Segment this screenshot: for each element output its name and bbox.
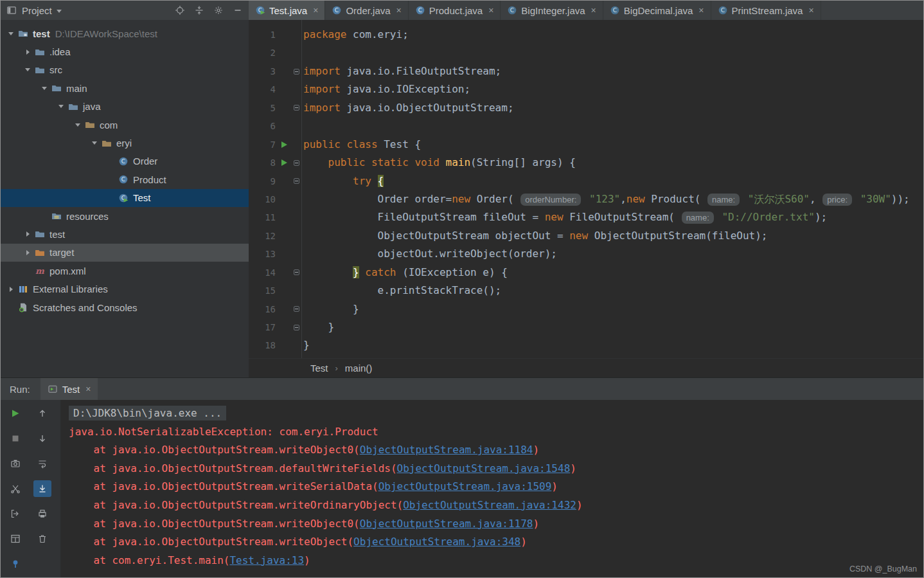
up-button[interactable] [33, 405, 51, 422]
tree-item-pom-xml[interactable]: mpom.xml [1, 262, 249, 280]
tree-item-java[interactable]: java [1, 98, 249, 116]
stack-trace-link[interactable]: ObjectOutputStream.java:1178 [360, 518, 533, 530]
tree-item-eryi[interactable]: eryi [1, 134, 249, 152]
fold-icon[interactable] [294, 105, 299, 111]
stack-trace-link[interactable]: ObjectOutputStream.java:348 [353, 536, 520, 548]
code-text[interactable]: import java.io.IOException; [303, 80, 470, 98]
tree-item-src[interactable]: src [1, 61, 249, 79]
tab-bigdecimal-java[interactable]: CBigDecimal.java× [603, 1, 711, 20]
code-text[interactable]: e.printStackTrace(); [303, 282, 501, 300]
close-icon[interactable]: × [808, 5, 813, 15]
breadcrumb-method[interactable]: main() [345, 363, 373, 374]
code-text[interactable]: public class Test { [303, 136, 421, 154]
close-icon[interactable]: × [488, 5, 493, 15]
line-number[interactable]: 13 [249, 245, 278, 263]
fold-icon[interactable] [294, 306, 299, 312]
code-text[interactable]: FileOutputStream fileOut = new FileOutpu… [303, 208, 827, 226]
exit-button[interactable] [6, 505, 24, 522]
tree-item-idea[interactable]: .idea [1, 42, 249, 60]
tree-item-scratches-and-consoles[interactable]: Scratches and Consoles [1, 298, 249, 316]
line-number[interactable]: 11 [249, 208, 278, 226]
code-text[interactable]: try { [303, 172, 384, 190]
tab-test-java[interactable]: CTest.java× [249, 1, 325, 20]
scroll-end-button[interactable] [33, 480, 51, 497]
tree-item-test[interactable]: testD:\IDEAWorkSpace\test [1, 24, 249, 42]
code-text[interactable]: import java.io.ObjectOutputStream; [303, 99, 514, 117]
fold-icon[interactable] [294, 69, 299, 75]
tree-item-order[interactable]: COrder [1, 152, 249, 170]
tab-product-java[interactable]: CProduct.java× [409, 1, 501, 20]
line-number[interactable]: 12 [249, 227, 278, 245]
chevron-right-icon[interactable] [22, 50, 33, 55]
print-button[interactable] [33, 505, 51, 522]
close-icon[interactable]: × [396, 5, 402, 15]
line-number[interactable]: 6 [249, 117, 278, 135]
clear-button[interactable] [33, 530, 51, 547]
chevron-right-icon[interactable] [6, 287, 16, 292]
cut-button[interactable] [6, 480, 24, 497]
code-text[interactable]: Order order=new Order( orderNumber: "123… [303, 190, 910, 208]
layout-button[interactable] [6, 530, 24, 547]
project-title[interactable]: Project [22, 5, 52, 16]
tab-biginteger-java[interactable]: CBigInteger.java× [501, 1, 603, 20]
code-text[interactable]: import java.io.FileOutputStream; [303, 62, 501, 80]
stack-trace-link[interactable]: ObjectOutputStream.java:1509 [378, 480, 552, 492]
close-icon[interactable]: × [313, 5, 318, 15]
stack-trace-link[interactable]: ObjectOutputStream.java:1184 [360, 444, 533, 456]
line-number[interactable]: 18 [249, 336, 278, 354]
chevron-down-icon[interactable] [22, 68, 33, 71]
locate-button[interactable] [174, 5, 186, 16]
tab-order-java[interactable]: COrder.java× [325, 1, 408, 20]
soft-wrap-button[interactable] [33, 455, 51, 472]
pin-button[interactable] [6, 555, 24, 572]
tree-item-test[interactable]: CTest [1, 189, 249, 207]
chevron-down-icon[interactable] [56, 105, 66, 108]
code-text[interactable]: public static void main(String[] args) { [303, 154, 576, 172]
breadcrumb-class[interactable]: Test [310, 363, 328, 374]
rerun-button[interactable] [6, 405, 24, 422]
chevron-down-icon[interactable] [39, 87, 49, 90]
line-number[interactable]: 17 [249, 318, 278, 336]
line-number[interactable]: 15 [249, 282, 278, 300]
line-number[interactable]: 3 [249, 62, 278, 80]
fold-icon[interactable] [294, 160, 299, 166]
screenshot-button[interactable] [6, 455, 24, 472]
run-console[interactable]: D:\JDK8\bin\java.exe ...java.io.NotSeria… [61, 400, 923, 577]
chevron-right-icon[interactable] [22, 250, 33, 255]
stack-trace-link[interactable]: ObjectOutputStream.java:1432 [403, 499, 576, 511]
chevron-down-icon[interactable] [73, 123, 83, 127]
line-number[interactable]: 16 [249, 300, 278, 318]
close-icon[interactable]: × [591, 5, 596, 15]
code-text[interactable]: } catch (IOException e) { [303, 264, 508, 282]
chevron-down-icon[interactable] [89, 141, 100, 145]
tree-item-external-libraries[interactable]: External Libraries [1, 280, 249, 298]
stop-button[interactable] [6, 430, 24, 447]
line-number[interactable]: 10 [249, 190, 278, 208]
fold-icon[interactable] [294, 269, 299, 275]
collapse-all-button[interactable] [193, 5, 205, 16]
close-icon[interactable]: × [85, 384, 91, 394]
code-area[interactable]: 1package com.eryi;23import java.io.FileO… [249, 20, 923, 358]
line-number[interactable]: 14 [249, 264, 278, 282]
run-line-icon[interactable] [281, 141, 287, 148]
close-icon[interactable]: × [698, 5, 704, 15]
run-line-icon[interactable] [281, 159, 287, 166]
fold-icon[interactable] [294, 178, 299, 184]
tree-item-com[interactable]: com [1, 116, 249, 134]
fold-icon[interactable] [294, 325, 299, 330]
tree-item-test[interactable]: test [1, 225, 249, 243]
chevron-down-icon[interactable] [6, 32, 16, 35]
stack-trace-link[interactable]: Test.java:13 [229, 554, 304, 566]
line-number[interactable]: 7 [249, 136, 278, 154]
chevron-down-icon[interactable] [57, 10, 62, 13]
code-text[interactable]: } [303, 336, 310, 354]
line-number[interactable]: 2 [249, 44, 278, 62]
code-text[interactable]: package com.eryi; [303, 26, 409, 44]
tree-item-target[interactable]: target [1, 244, 249, 262]
stack-trace-link[interactable]: ObjectOutputStream.java:1548 [397, 462, 571, 474]
line-number[interactable]: 8 [249, 154, 278, 172]
code-text[interactable]: objectOut.writeObject(order); [303, 245, 557, 263]
tree-item-resources[interactable]: resources [1, 207, 249, 225]
line-number[interactable]: 9 [249, 172, 278, 190]
code-text[interactable]: } [303, 300, 359, 318]
